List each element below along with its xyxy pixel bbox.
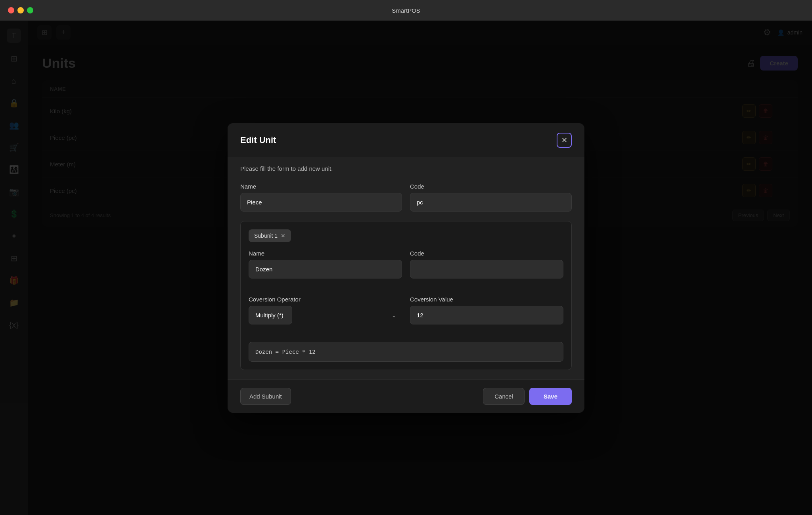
subunit-form: Name Code Coversion Operator bbox=[249, 250, 563, 362]
subunit-tabs: Subunit 1 ✕ bbox=[249, 229, 563, 242]
add-subunit-button[interactable]: Add Subunit bbox=[240, 388, 291, 405]
subunit-name-label: Name bbox=[249, 250, 402, 257]
subunit-name-group: Name bbox=[249, 250, 402, 278]
subunit-tab-close-icon[interactable]: ✕ bbox=[281, 233, 285, 238]
subunit-code-label: Code bbox=[410, 250, 563, 257]
conversion-value-label: Coversion Value bbox=[410, 296, 563, 303]
modal-header: Edit Unit ✕ bbox=[228, 123, 584, 157]
subunit-code-input[interactable] bbox=[410, 260, 563, 278]
modal-body: Please fill the form to add new unit. Na… bbox=[228, 157, 584, 380]
app-layout: T ⊞ ⌂ 🔒 👥 🛒 👨‍👩‍👧 📷 💲 ✦ ⊞ bbox=[0, 21, 812, 515]
code-field-group: Code bbox=[410, 183, 572, 212]
modal-footer: Add Subunit Cancel Save bbox=[228, 380, 584, 413]
name-field-group: Name bbox=[240, 183, 402, 212]
minimize-window-button[interactable] bbox=[17, 7, 24, 13]
modal-title: Edit Unit bbox=[240, 135, 276, 145]
modal-overlay[interactable]: Edit Unit ✕ Please fill the form to add … bbox=[0, 21, 812, 515]
subunit-name-code-row: Name Code bbox=[249, 250, 563, 278]
save-button[interactable]: Save bbox=[529, 388, 572, 405]
conversion-operator-group: Coversion Operator Multiply (*) Divide (… bbox=[249, 296, 402, 324]
modal-description: Please fill the form to add new unit. bbox=[240, 165, 572, 172]
window-controls[interactable] bbox=[8, 7, 33, 13]
subunit-tab[interactable]: Subunit 1 ✕ bbox=[249, 229, 291, 242]
code-input[interactable] bbox=[410, 193, 572, 212]
conversion-operator-wrapper: Multiply (*) Divide (/) Add (+) Subtract… bbox=[249, 306, 402, 324]
conversion-operator-label: Coversion Operator bbox=[249, 296, 402, 303]
conversion-value-group: Coversion Value bbox=[410, 296, 563, 324]
conversion-operator-select[interactable]: Multiply (*) Divide (/) Add (+) Subtract… bbox=[249, 306, 292, 324]
modal-close-button[interactable]: ✕ bbox=[557, 133, 572, 148]
subunit-tab-label: Subunit 1 bbox=[254, 233, 278, 239]
cancel-button[interactable]: Cancel bbox=[483, 388, 525, 405]
subunit-container: Subunit 1 ✕ Name Code bbox=[240, 221, 572, 370]
name-code-row: Name Code bbox=[240, 183, 572, 212]
name-input[interactable] bbox=[240, 193, 402, 212]
subunit-name-input[interactable] bbox=[249, 260, 402, 278]
edit-unit-modal: Edit Unit ✕ Please fill the form to add … bbox=[228, 123, 584, 413]
conversion-row: Coversion Operator Multiply (*) Divide (… bbox=[249, 296, 563, 324]
formula-display: Dozen = Piece * 12 bbox=[249, 342, 563, 362]
footer-right: Cancel Save bbox=[483, 388, 572, 405]
title-bar: SmartPOS bbox=[0, 0, 812, 21]
subunit-code-group: Code bbox=[410, 250, 563, 278]
maximize-window-button[interactable] bbox=[27, 7, 33, 13]
name-label: Name bbox=[240, 183, 402, 190]
app-title: SmartPOS bbox=[392, 7, 420, 14]
code-label: Code bbox=[410, 183, 572, 190]
close-window-button[interactable] bbox=[8, 7, 14, 13]
conversion-value-input[interactable] bbox=[410, 306, 563, 324]
